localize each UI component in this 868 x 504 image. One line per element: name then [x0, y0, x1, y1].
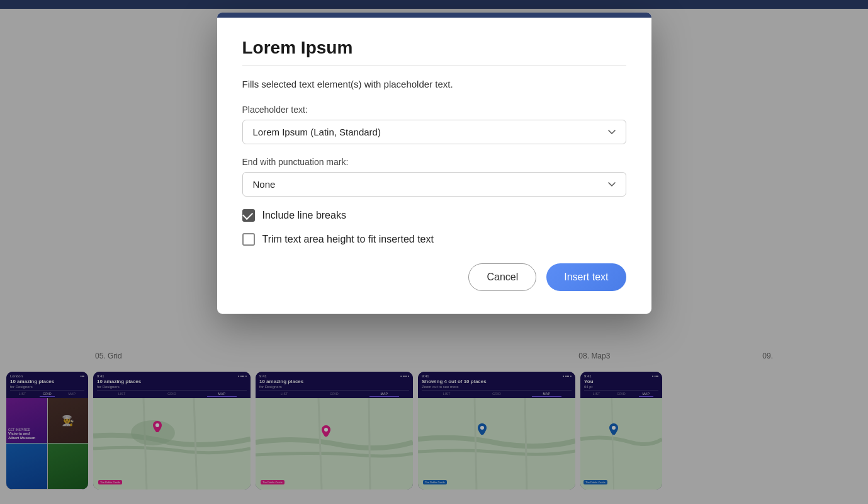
trim-text-row[interactable]: Trim text area height to fit inserted te… — [242, 233, 626, 246]
dialog-title: Lorem Ipsum — [242, 38, 626, 58]
placeholder-text-group: Placeholder text: Lorem Ipsum (Latin, St… — [242, 105, 626, 144]
include-line-breaks-label: Include line breaks — [262, 210, 346, 221]
trim-text-label: Trim text area height to fit inserted te… — [262, 234, 434, 245]
punctuation-label: End with punctuation mark: — [242, 157, 626, 167]
dialog-top-bar — [217, 13, 651, 18]
include-line-breaks-row[interactable]: Include line breaks — [242, 209, 626, 222]
include-line-breaks-checkbox[interactable] — [242, 209, 255, 222]
punctuation-select[interactable]: None Period Ellipsis Custom — [242, 172, 626, 197]
dialog-actions: Cancel Insert text — [242, 263, 626, 291]
cancel-button[interactable]: Cancel — [468, 263, 536, 291]
insert-text-button[interactable]: Insert text — [546, 263, 626, 291]
dialog-backdrop: Lorem Ipsum Fills selected text element(… — [0, 0, 868, 504]
dialog-divider — [242, 66, 626, 66]
placeholder-text-select[interactable]: Lorem Ipsum (Latin, Standard) Lorem Ipsu… — [242, 120, 626, 144]
placeholder-text-label: Placeholder text: — [242, 105, 626, 115]
lorem-ipsum-dialog: Lorem Ipsum Fills selected text element(… — [217, 13, 651, 314]
trim-text-checkbox[interactable] — [242, 233, 255, 246]
dialog-description: Fills selected text element(s) with plac… — [242, 79, 626, 89]
punctuation-group: End with punctuation mark: None Period E… — [242, 157, 626, 197]
